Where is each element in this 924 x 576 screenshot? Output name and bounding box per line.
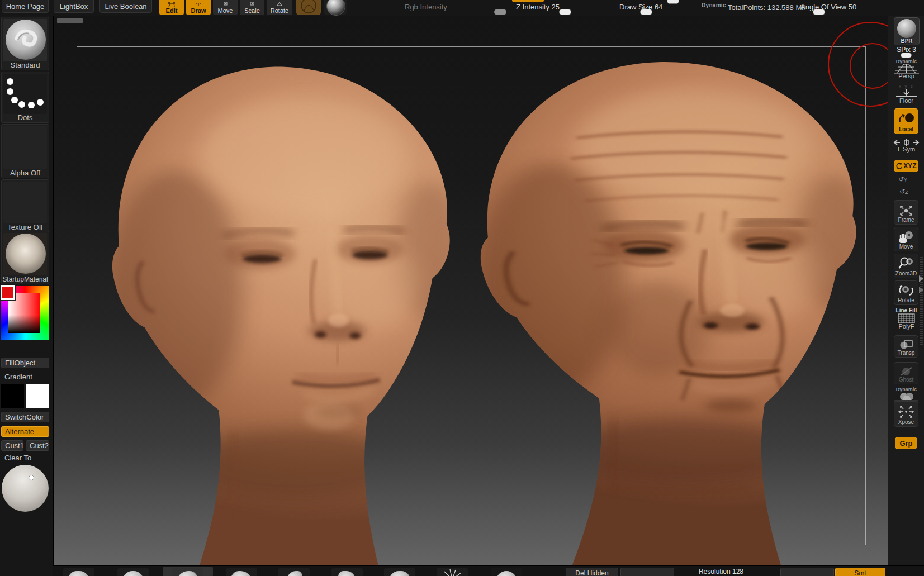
brush-cursor [828, 22, 888, 106]
slider-handle[interactable] [559, 9, 571, 15]
tool-thumbnail[interactable] [117, 568, 149, 576]
tool-thumbnail[interactable] [63, 568, 94, 576]
tool-thumbnail-selected[interactable] [172, 568, 203, 576]
tray-open-arrow2[interactable] [919, 287, 923, 293]
stroke-selector[interactable]: Dots [1, 72, 49, 123]
resolution-slider[interactable]: Resolution 128 [657, 568, 785, 575]
slider-track [397, 12, 506, 12]
alpha-selector[interactable]: Alpha Off [1, 124, 49, 178]
spix-value: 3 [912, 46, 916, 54]
sculpt-head-old[interactable] [443, 47, 888, 565]
tool-thumbnail[interactable] [278, 568, 310, 576]
cust2-button[interactable]: Cust2 [26, 440, 49, 451]
polyframe-grid-icon [893, 313, 920, 323]
ghost-label: Ghost [899, 377, 914, 383]
lsym-button[interactable]: L.Sym [893, 139, 920, 156]
xpose-button[interactable]: Xpose [894, 401, 918, 427]
transp-icon [899, 340, 913, 350]
clear-to-sphere[interactable] [2, 465, 49, 512]
tool-thumbnail[interactable] [331, 568, 363, 576]
rotate-xyz-icon [895, 163, 903, 170]
current-color-swatch[interactable] [1, 285, 15, 300]
slider-label: Rgb Intensity [405, 3, 447, 11]
rotate-y-button[interactable]: ↺Y [898, 175, 915, 187]
xyz-button[interactable]: XYZ [894, 160, 918, 172]
top-toolbar: Home Page LightBox Live Boolean Edit Dra… [0, 0, 924, 16]
tool-thumbnail[interactable] [384, 568, 415, 576]
tool-thumbnail[interactable] [437, 568, 468, 576]
edit-mode-button[interactable]: Edit [159, 0, 184, 15]
move-nav-button[interactable]: Move [894, 227, 918, 251]
spix-handle[interactable] [901, 53, 912, 58]
tool-thumbnail[interactable] [226, 568, 257, 576]
brush-preview-button[interactable] [296, 0, 321, 15]
rotate-z-button[interactable]: ↺Z [899, 188, 916, 199]
smt-button[interactable]: Smt [835, 568, 885, 576]
del-hidden-button[interactable]: Del Hidden [566, 568, 618, 576]
floor-button[interactable]: Floor [893, 89, 920, 106]
tab-live-boolean[interactable]: Live Boolean [99, 0, 152, 13]
main-color-swatch[interactable] [1, 384, 24, 408]
rotate-nav-button[interactable]: Rotate [894, 280, 918, 305]
material-selector[interactable]: StartupMaterial [1, 231, 49, 284]
persp-button[interactable]: Persp [893, 64, 920, 80]
slider-value: 50 [849, 3, 856, 11]
texture-selector[interactable]: Texture Off [1, 179, 49, 232]
slider-handle[interactable] [640, 9, 652, 15]
sculpt-head-young[interactable] [79, 51, 490, 565]
material-name: StartupMaterial [2, 275, 49, 283]
sketch-tool-icon [437, 568, 468, 576]
zoom3d-label: Zoom3D [895, 270, 917, 277]
button-label: Del Hidden [575, 569, 608, 576]
material-preview-button[interactable] [324, 0, 347, 15]
rotate-mode-button[interactable]: Rotate [267, 0, 292, 15]
tray-divider[interactable] [920, 256, 923, 345]
frame-icon [899, 204, 913, 217]
tool-thumbnail[interactable] [491, 568, 522, 576]
rotate-nav-icon [898, 284, 914, 297]
frame-button[interactable]: Frame [894, 200, 918, 225]
move-mode-button[interactable]: Move [213, 0, 238, 15]
secondary-color-swatch[interactable] [26, 384, 49, 408]
bpr-button[interactable]: BPR [894, 17, 920, 45]
switch-color-button[interactable]: SwitchColor [1, 412, 49, 422]
texture-name: Texture Off [2, 223, 49, 231]
grp-button[interactable]: Grp [895, 437, 917, 449]
fill-object-button[interactable]: FillObject [1, 358, 49, 368]
cust1-button[interactable]: Cust1 [1, 440, 23, 451]
document-viewport[interactable] [53, 16, 888, 565]
brush-selector[interactable]: Standard [1, 17, 49, 70]
polyf-button[interactable]: PolyF [893, 313, 920, 332]
bottom-toolbar: Del Hidden Resolution 128 Smt [53, 565, 924, 576]
right-shelf: BPR SPix 3 Dynamic Persp x y z Floor Lo [888, 16, 924, 576]
draw-icon [195, 2, 202, 7]
angle-of-view-slider[interactable]: Angle Of View 50 [776, 0, 859, 16]
alternate-button[interactable]: Alternate [1, 426, 49, 437]
lsym-label: L.Sym [888, 146, 924, 153]
zoom3d-button[interactable]: Zoom3D [894, 254, 918, 278]
rotate-arrow-icon: ↺ [898, 175, 904, 183]
mode-label: Edit [166, 7, 178, 14]
left-shelf: Standard Dots Alpha Off Texture Off [0, 16, 54, 576]
color-picker[interactable] [1, 286, 49, 340]
scale-mode-button[interactable]: Scale [240, 0, 264, 15]
alpha-name: Alpha Off [2, 169, 49, 177]
brush-name: Standard [2, 61, 49, 69]
unlabeled-button2[interactable] [780, 568, 834, 576]
tab-home-page[interactable]: Home Page [2, 0, 49, 13]
mode-label: Move [218, 7, 233, 14]
local-button[interactable]: Local [894, 108, 918, 134]
grp-label: Grp [899, 439, 912, 448]
move-icon [222, 2, 229, 7]
tray-open-arrow[interactable] [919, 275, 923, 282]
canvas-scroll-handle[interactable] [57, 18, 83, 23]
transp-button[interactable]: Transp [894, 335, 918, 358]
tab-label: LightBox [60, 2, 88, 11]
local-icon [898, 112, 914, 126]
ghost-button[interactable]: Ghost [894, 362, 918, 384]
tab-lightbox[interactable]: LightBox [54, 0, 94, 13]
rgb-intensity-slider[interactable]: Rgb Intensity [391, 0, 506, 16]
draw-mode-button[interactable]: Draw [186, 0, 211, 15]
slider-handle[interactable] [813, 9, 825, 15]
sculpt-scene[interactable] [53, 16, 888, 565]
